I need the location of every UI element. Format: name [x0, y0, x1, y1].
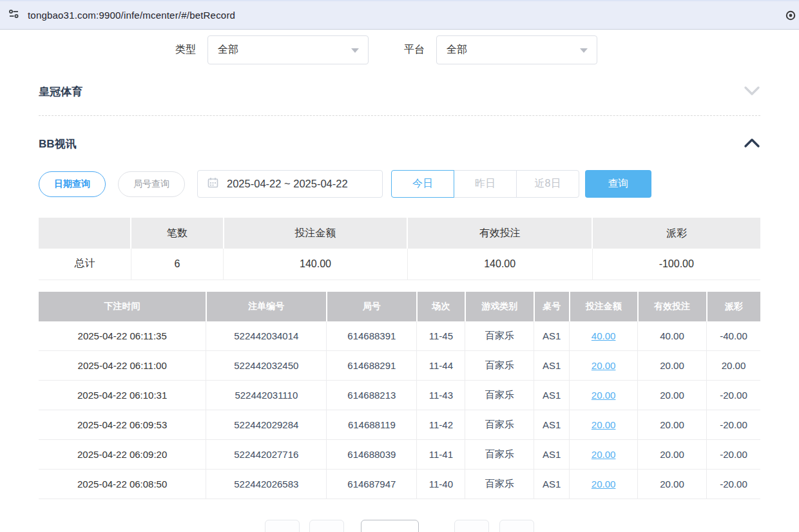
cell-table_no: AS1	[534, 470, 570, 499]
cell-table_no: AS1	[534, 440, 570, 470]
yesterday-label: 昨日	[475, 177, 496, 191]
cell-bet_amount: 20.00	[570, 470, 638, 499]
summary-total-row: 总计 6 140.00 140.00 -100.00	[39, 249, 760, 280]
bet-amount-link[interactable]: 20.00	[592, 449, 616, 460]
summary-bet-amount-value: 140.00	[224, 249, 408, 280]
bet-table-header-row: 下注时间 注单编号 局号 场次 游戏类别 桌号 投注金额 有效投注 派彩	[39, 292, 760, 321]
cell-session: 11-41	[417, 440, 465, 470]
cell-time: 2025-04-22 06:10:31	[39, 381, 206, 410]
cell-round_no: 614688119	[327, 410, 417, 440]
summary-table: 笔数 投注金额 有效投注 派彩 总计 6 140.00 140.00 -100.…	[39, 218, 760, 280]
section-bb-video[interactable]: BB视讯	[39, 129, 760, 159]
bet-amount-link[interactable]: 20.00	[592, 390, 616, 401]
quick-date-group: 今日 昨日 近8日	[391, 170, 579, 198]
cell-game: 百家乐	[465, 410, 534, 440]
bet-amount-link[interactable]: 20.00	[592, 479, 616, 489]
type-select[interactable]: 全部	[207, 35, 369, 64]
table-row: 2025-04-22 06:10:31522442031110614688213…	[39, 381, 760, 410]
table-row: 2025-04-22 06:09:20522442027716614688039…	[39, 440, 760, 470]
summary-total-label: 总计	[39, 249, 131, 280]
header-round-no: 局号	[327, 292, 417, 321]
chevron-down-icon	[580, 48, 588, 53]
header-bet-no: 注单编号	[206, 292, 327, 321]
cell-valid_bet: 20.00	[638, 470, 707, 499]
pagination	[39, 520, 760, 532]
cell-bet_amount: 20.00	[570, 410, 638, 440]
type-filter-label: 类型	[175, 43, 196, 57]
platform-select-value: 全部	[447, 43, 467, 57]
bet-amount-link[interactable]: 20.00	[592, 419, 616, 430]
chevron-down-icon[interactable]	[744, 86, 760, 99]
cell-time: 2025-04-22 06:09:20	[39, 440, 206, 470]
cell-payout: -20.00	[707, 440, 761, 470]
cell-bet_no: 522442026583	[206, 470, 327, 499]
cell-bet_amount: 40.00	[570, 321, 638, 351]
header-game-type: 游戏类别	[465, 292, 534, 321]
cell-payout: -20.00	[707, 381, 761, 410]
last8days-button[interactable]: 近8日	[516, 170, 579, 198]
calendar-icon	[207, 177, 218, 191]
header-valid-bet: 有效投注	[638, 292, 707, 321]
summary-header-blank	[39, 218, 131, 249]
yesterday-button[interactable]: 昨日	[454, 170, 517, 198]
target-icon[interactable]	[785, 10, 796, 24]
cell-game: 百家乐	[465, 351, 534, 381]
header-payout: 派彩	[707, 292, 761, 321]
url-text[interactable]: tongbao31.com:9900/infe/mcenter/#/betRec…	[28, 10, 235, 21]
summary-payout-value: -100.00	[592, 249, 760, 280]
header-bet-time: 下注时间	[39, 292, 206, 321]
header-session: 场次	[417, 292, 465, 321]
cell-bet_amount: 20.00	[570, 440, 638, 470]
search-button[interactable]: 查询	[585, 170, 651, 198]
date-query-tab[interactable]: 日期查询	[39, 171, 106, 197]
pagination-prev-button[interactable]	[309, 520, 344, 532]
header-bet-amount: 投注金额	[570, 292, 638, 321]
cell-valid_bet: 20.00	[638, 410, 707, 440]
crown-sports-title: 皇冠体育	[39, 84, 82, 99]
section-crown-sports[interactable]: 皇冠体育	[39, 77, 760, 107]
bet-amount-link[interactable]: 20.00	[592, 360, 616, 371]
cell-payout: -20.00	[707, 410, 761, 440]
cell-bet_no: 522442027716	[206, 440, 327, 470]
cell-valid_bet: 20.00	[638, 351, 707, 381]
pagination-last-button[interactable]	[499, 520, 534, 532]
cell-bet_no: 522442032450	[206, 351, 327, 381]
cell-bet_no: 522442029284	[206, 410, 327, 440]
date-query-label: 日期查询	[54, 178, 90, 190]
cell-round_no: 614687947	[327, 470, 417, 499]
round-query-tab[interactable]: 局号查询	[118, 171, 185, 197]
cell-bet_amount: 20.00	[570, 351, 638, 381]
summary-header-bet-amount: 投注金额	[224, 218, 408, 249]
table-row: 2025-04-22 06:09:53522442029284614688119…	[39, 410, 760, 440]
bb-video-title: BB视讯	[39, 137, 77, 151]
cell-time: 2025-04-22 06:09:53	[39, 410, 206, 440]
today-label: 今日	[412, 177, 433, 191]
cell-time: 2025-04-22 06:11:35	[39, 321, 206, 351]
platform-select[interactable]: 全部	[436, 35, 597, 64]
chevron-up-icon[interactable]	[744, 138, 760, 151]
last8days-label: 近8日	[535, 177, 561, 191]
cell-round_no: 614688291	[327, 351, 417, 381]
table-row: 2025-04-22 06:11:35522442034014614688391…	[39, 321, 760, 351]
browser-url-bar[interactable]: tongbao31.com:9900/infe/mcenter/#/betRec…	[0, 0, 799, 30]
chevron-down-icon	[351, 48, 359, 53]
cell-session: 11-43	[417, 381, 465, 410]
bet-table-body: 2025-04-22 06:11:35522442034014614688391…	[39, 321, 760, 499]
tune-icon[interactable]	[8, 8, 20, 23]
summary-valid-bet-value: 140.00	[407, 249, 592, 280]
header-table-no: 桌号	[534, 292, 570, 321]
cell-table_no: AS1	[534, 351, 570, 381]
cell-time: 2025-04-22 06:08:50	[39, 470, 206, 499]
date-range-value: 2025-04-22 ~ 2025-04-22	[227, 178, 348, 190]
bet-amount-link[interactable]: 40.00	[592, 330, 616, 341]
pagination-page-input[interactable]	[361, 520, 419, 532]
table-row: 2025-04-22 06:08:50522442026583614687947…	[39, 470, 760, 499]
pagination-first-button[interactable]	[265, 520, 300, 532]
cell-bet_no: 522442034014	[206, 321, 327, 351]
summary-header-row: 笔数 投注金额 有效投注 派彩	[39, 218, 760, 249]
today-button[interactable]: 今日	[391, 170, 454, 198]
date-range-picker[interactable]: 2025-04-22 ~ 2025-04-22	[197, 170, 383, 198]
cell-round_no: 614688213	[327, 381, 417, 410]
cell-valid_bet: 20.00	[638, 381, 707, 410]
pagination-next-button[interactable]	[454, 520, 489, 532]
